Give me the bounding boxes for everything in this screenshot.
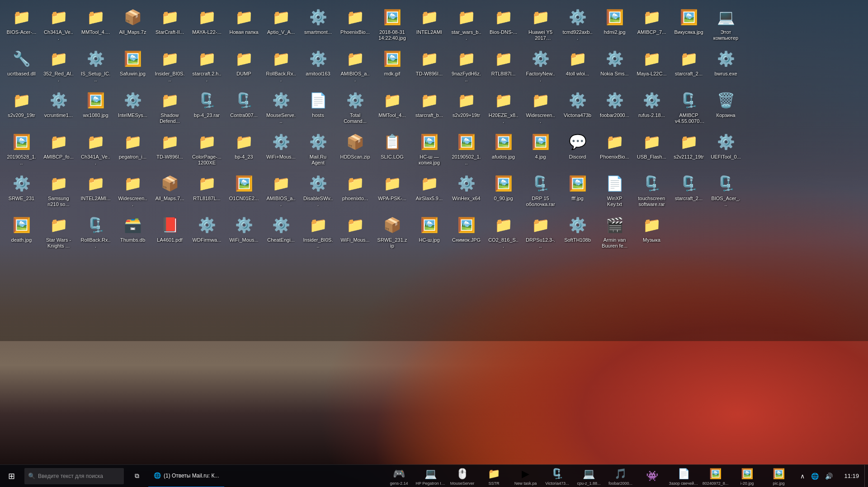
desktop-icon-MMTool_4[interactable]: 📁MMTool_4....	[79, 5, 113, 45]
desktop-icon-Contra007[interactable]: 🗜️Contra007...	[227, 88, 261, 128]
desktop-icon-TD-W8961[interactable]: 📁TD-W896I...	[412, 46, 446, 87]
desktop-icon-Nokia_Sms[interactable]: ⚙️Nokia Sms...	[598, 46, 632, 87]
desktop-icon-MouseServe[interactable]: ⚙️MouseServe...	[264, 88, 298, 128]
desktop-icon-BIOS_Acer_rar[interactable]: 🗜️BIOS_Acer_...	[709, 171, 743, 211]
desktop-icon-rufus-2.18[interactable]: ⚙️rufus-2.18...	[635, 88, 669, 128]
taskbar-pin-Zazor[interactable]: 📄Зазор свечей д...	[668, 465, 699, 487]
desktop-icon-DRP15_rar[interactable]: 🗜️DRP 15 оболочка.rar	[524, 171, 557, 211]
desktop-icon-Insider_BIOS2[interactable]: 📁Insider_BI0S...	[301, 212, 335, 253]
desktop-icon-death[interactable]: 🖼️death.jpg	[5, 212, 38, 253]
taskbar-pin-i-20[interactable]: 🖼️i-20.jpg	[731, 465, 763, 487]
taskbar-pin-HP_Pegatron[interactable]: 💻HP Pegatron IPXSB-DM ...	[415, 465, 446, 487]
desktop-icon-s2v2112_19tr[interactable]: 📁s2v2112_19tr	[672, 129, 706, 170]
desktop-icon-352_Red_Al[interactable]: 📁352_Red_Al...	[42, 46, 75, 87]
desktop-icon-O1CN01E2[interactable]: 🖼️O1CN01E2...	[227, 171, 261, 211]
desktop-icon-bwrus[interactable]: ⚙️bwrus.exe	[709, 46, 743, 87]
desktop-icon-H20EZE_x8[interactable]: 📁H20EZE_x8...	[486, 88, 520, 128]
desktop-icon-0_90[interactable]: 🖼️0_90.jpg	[486, 171, 520, 211]
desktop-icon-SRWE_231[interactable]: ⚙️SRWE_231	[5, 171, 38, 211]
tray-volume[interactable]: 🔊	[824, 471, 834, 481]
desktop-icon-9nazFydH6z[interactable]: 📁9nazFydH6z...	[449, 46, 483, 87]
desktop-icon-FactoryNew[interactable]: ⚙️FactoryNew...	[524, 46, 557, 87]
task-view-button[interactable]: ⧉	[126, 465, 148, 487]
tray-network[interactable]: 🌐	[810, 471, 820, 481]
desktop-icon-TD-W8961b[interactable]: 📁TD-W896l...	[153, 129, 187, 170]
desktop-icon-RollBack_Rx[interactable]: 📁RollBack.Rx...	[264, 46, 298, 87]
desktop-icon-WDFirmwa[interactable]: ⚙️WDFirmwa...	[190, 212, 224, 253]
desktop-icon-vcruntime1[interactable]: ⚙️vcruntime1...	[42, 88, 75, 128]
desktop-icon-PhoenixBio[interactable]: 📁PhoenixBio...	[338, 5, 372, 45]
desktop-icon-Etot-komp[interactable]: 💻Этот компьютер	[709, 5, 743, 45]
desktop-icon-Huawei_Y5[interactable]: 📁Huawei Y5 2017 Maya-...	[524, 5, 557, 45]
desktop-icon-WiFi_Mous2[interactable]: ⚙️WiFi_Mous...	[227, 212, 261, 253]
desktop-icon-foobar2000[interactable]: ⚙️foobar2000...	[598, 88, 632, 128]
desktop-icon-2018-08-31[interactable]: 🖼️2018-08-31 14:22:40.jpg	[375, 5, 409, 45]
desktop-icon-4jpg[interactable]: 🖼️4.jpg	[524, 129, 557, 170]
desktop-icon-20190528_1[interactable]: 🖼️20190528_1...	[5, 129, 38, 170]
taskbar-pin-cpu-z[interactable]: 💻cpu-z_1.88...	[573, 465, 604, 487]
desktop-icon-AirSlax5_9[interactable]: 📁AirSlax5.9...	[412, 171, 446, 211]
desktop-icon-ucrtbased[interactable]: 🔧ucrtbased.dll	[5, 46, 38, 87]
desktop-icon-All_Maps_7[interactable]: 📦All_Maps.7...	[153, 171, 187, 211]
desktop-icon-SRWE_231_zip[interactable]: 📦SRWE_231.zip	[375, 212, 409, 253]
taskbar-pin-foobar2000b[interactable]: 🎵foobar2000...	[604, 465, 636, 487]
desktop-icon-INTEL2AMI2[interactable]: 📁INTEL2AMI...	[79, 171, 113, 211]
desktop-icon-touchscreen_rar[interactable]: 🗜️touchscreen software.rar	[635, 171, 669, 211]
desktop-icon-mdk_gif[interactable]: 🖼️mdk.gif	[375, 46, 409, 87]
desktop-icon-SoftTH108b[interactable]: ⚙️SoftTH108b	[561, 212, 594, 253]
desktop-icon-Discord[interactable]: 💬Discord	[561, 129, 594, 170]
desktop-icon-s2v209_19tr[interactable]: 📁s2v209_19tr	[5, 88, 38, 128]
desktop-icon-MAYA-L22[interactable]: 📁MAYA-L22-...	[190, 5, 224, 45]
desktop-icon-StarCraft-ll[interactable]: 📁StarCraft-II...	[153, 5, 187, 45]
desktop-icon-bp-4_23b[interactable]: 📁bp-4_23	[227, 129, 261, 170]
desktop-icon-Snimok[interactable]: 🖼️Снимок.JPG	[449, 212, 483, 253]
desktop-icon-HC-sh2[interactable]: 🖼️HC-ш.jpg	[412, 212, 446, 253]
desktop-icon-Safuwin[interactable]: 🖼️Safuwin.jpg	[116, 46, 150, 87]
taskbar-pin-MouseServer[interactable]: 🖱️MouseServer	[446, 465, 478, 487]
desktop-icon-starcraft_b[interactable]: 📁starcraft_b...	[412, 88, 446, 128]
show-desktop-button[interactable]	[864, 465, 868, 487]
desktop-icon-DRPSu12_3[interactable]: 📁DRPSu12.3-...	[524, 212, 557, 253]
desktop-icon-Ch341A_Ve[interactable]: 📁Ch341A_Ve...	[42, 5, 75, 45]
taskbar-pin-gens-2.14[interactable]: 🎮gens-2.14	[383, 465, 415, 487]
desktop-icon-Insider_BIOS[interactable]: 📁Insider_BI0S...	[153, 46, 187, 87]
desktop-icon-CO2_816_S[interactable]: 📁CO2_816_S...	[486, 212, 520, 253]
desktop-icon-MMTool_4b[interactable]: 📁MMTool_4...	[375, 88, 409, 128]
desktop-icon-tcmd922axb[interactable]: ⚙️tcmd922axb...	[561, 5, 594, 45]
desktop-icon-4toll_wloi[interactable]: 📁4toll wloi...	[561, 46, 594, 87]
taskbar-pin-SSTR[interactable]: 📁SSTR	[478, 465, 509, 487]
desktop-icon-Maya-L22C[interactable]: 📁Maya-L22C...	[635, 46, 669, 87]
desktop-icon-RTL8187L2[interactable]: 📁RTL8187L...	[190, 171, 224, 211]
desktop-icon-starcraft2h[interactable]: 📁starcraft.2.h...	[190, 46, 224, 87]
desktop-icon-bp-4_23[interactable]: 🗜️bp-4_23.rar	[190, 88, 224, 128]
system-clock[interactable]: 11:19	[839, 473, 864, 479]
desktop-icon-20190502_1[interactable]: 🖼️20190502_1...	[449, 129, 483, 170]
desktop-icon-Aptio_V_A[interactable]: 📁Aptio_V_A...	[264, 5, 298, 45]
desktop-icon-Widescreen2[interactable]: 📁Widescreen...	[116, 171, 150, 211]
desktop-icon-s2v209_19tr2[interactable]: 📁s2v209+19tr	[449, 88, 483, 128]
desktop-icon-CheatEngi[interactable]: ⚙️CheatEngi...	[264, 212, 298, 253]
desktop-icon-starcraft_2[interactable]: 📁starcraft_2...	[672, 46, 706, 87]
desktop-icon-Shadow_Defend[interactable]: 📁Shadow Defend...	[153, 88, 187, 128]
desktop-icon-WiFiPlus[interactable]: ⚙️WiFi+Mous...	[264, 129, 298, 170]
desktop-icon-UEFITool_0[interactable]: ⚙️UEFITool_0...	[709, 129, 743, 170]
desktop-icon-HDDScan[interactable]: 📦HDDScan.zip	[338, 129, 372, 170]
desktop-icon-fff[interactable]: 🖼️fff.jpg	[561, 171, 594, 211]
desktop-icon-hdmi2[interactable]: 🖼️hdmi2.jpg	[598, 5, 632, 45]
desktop-icon-Ch341A_Ve2[interactable]: 📁Ch341A_Ve...	[79, 129, 113, 170]
desktop-icon-DUMP[interactable]: 📁DUMP	[227, 46, 261, 87]
desktop-icon-SLIC_LOG[interactable]: 📋SLIC.LOG	[375, 129, 409, 170]
taskbar-pin-alien-icon[interactable]: 👾	[636, 465, 668, 487]
desktop-icon-star_wars_b[interactable]: 📁star_wars_b...	[449, 5, 483, 45]
taskbar-pin-pic[interactable]: 🖼️pic.jpg	[763, 465, 794, 487]
desktop-icon-starcraft_2b[interactable]: 🗜️starcraft_2...	[672, 171, 706, 211]
desktop-icon-Vikyesaka[interactable]: 🖼️Викусяка.jpg	[672, 5, 706, 45]
desktop-icon-Novaya-papka[interactable]: 📁Новая папка	[227, 5, 261, 45]
desktop-icon-wx1080[interactable]: 🖼️wx1080.jpg	[79, 88, 113, 128]
desktop-icon-Bios-DNS[interactable]: 📁Bios-DNS-...	[486, 5, 520, 45]
desktop-icon-Korzina[interactable]: 🗑️Корзина	[709, 88, 743, 128]
desktop-icon-Star_Wars_Knights[interactable]: 📁Star Wars - Knights ...	[42, 212, 75, 253]
desktop-icon-PhoenixBio2[interactable]: 📁PhoenixBio...	[598, 129, 632, 170]
desktop-icon-All_Maps[interactable]: 📦All_Maps.7z	[116, 5, 150, 45]
desktop-icon-ColorPage[interactable]: 📁ColorPage-... 1200XE	[190, 129, 224, 170]
